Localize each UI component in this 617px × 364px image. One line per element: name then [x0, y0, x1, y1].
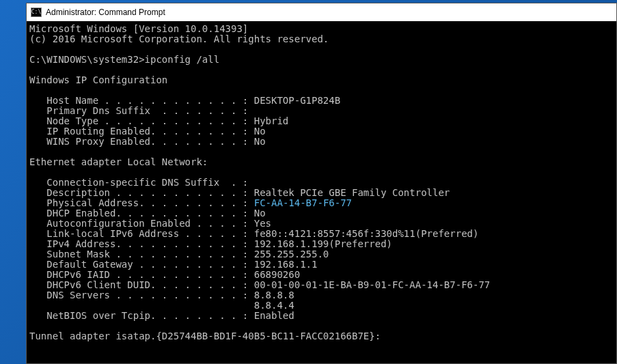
tunnel-title: Tunnel adapter isatap.{D25744BB-BD1F-40B… [29, 331, 381, 341]
ipv4-line: IPv4 Address. . . . . . . . . . . : 192.… [29, 238, 392, 249]
ethernet-title: Ethernet adapter Local Network: [29, 156, 208, 167]
dhcpv6-duid-line: DHCPv6 Client DUID. . . . . . . . : 00-0… [29, 279, 490, 290]
conn-suffix-line: Connection-specific DNS Suffix . : [29, 177, 248, 188]
subnet-line: Subnet Mask . . . . . . . . . . . : 255.… [29, 249, 329, 260]
description-line: Description . . . . . . . . . . . : Real… [29, 187, 450, 198]
terminal-output[interactable]: Microsoft Windows [Version 10.0.14393] (… [27, 21, 616, 363]
window-title: Administrator: Command Prompt [46, 8, 165, 17]
phys-addr-label: Physical Address. . . . . . . . . : [29, 197, 254, 208]
ip-routing-line: IP Routing Enabled. . . . . . . . : No [29, 126, 266, 137]
phys-addr-value: FC-AA-14-B7-F6-77 [254, 197, 352, 208]
host-name-line: Host Name . . . . . . . . . . . . : DESK… [29, 95, 340, 106]
cmd-icon: C:\ [31, 8, 42, 17]
version-line: Microsoft Windows [Version 10.0.14393] [29, 23, 248, 34]
title-bar[interactable]: C:\ Administrator: Command Prompt [27, 3, 616, 21]
command-text: ipconfig /all [145, 54, 220, 65]
node-type-line: Node Type . . . . . . . . . . . . : Hybr… [29, 115, 288, 126]
ipconfig-title: Windows IP Configuration [29, 74, 167, 85]
dhcpv6-iaid-line: DHCPv6 IAID . . . . . . . . . . . : 6689… [29, 269, 300, 280]
dns2-line: 8.8.4.4 [29, 300, 294, 311]
link-local-ipv6-line: Link-local IPv6 Address . . . . . : fe80… [29, 228, 478, 239]
gateway-line: Default Gateway . . . . . . . . . : 192.… [29, 259, 317, 270]
autoconfig-line: Autoconfiguration Enabled . . . . : Yes [29, 218, 271, 229]
netbios-line: NetBIOS over Tcpip. . . . . . . . : Enab… [29, 310, 294, 321]
copyright-line: (c) 2016 Microsoft Corporation. All righ… [29, 33, 329, 44]
dhcp-enabled-line: DHCP Enabled. . . . . . . . . . . : No [29, 208, 266, 219]
prompt-path: C:\WINDOWS\system32> [29, 54, 145, 65]
wins-proxy-line: WINS Proxy Enabled. . . . . . . . : No [29, 136, 266, 147]
dns1-line: DNS Servers . . . . . . . . . . . : 8.8.… [29, 290, 294, 300]
primary-dns-line: Primary Dns Suffix . . . . . . . : [29, 105, 248, 116]
cmd-window: C:\ Administrator: Command Prompt Micros… [26, 3, 617, 364]
